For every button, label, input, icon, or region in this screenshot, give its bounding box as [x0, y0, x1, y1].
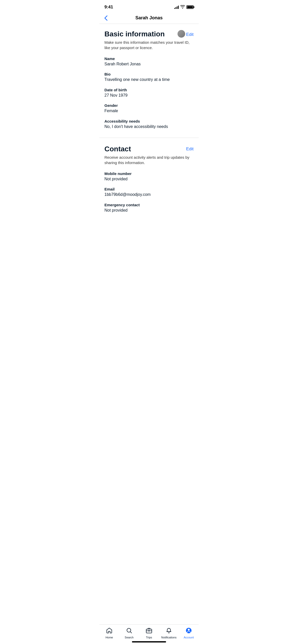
section-divider — [99, 138, 199, 138]
gender-value: Female — [104, 108, 194, 114]
email-value: 1bb79b6d@moodjoy.com — [104, 192, 194, 197]
battery-icon — [186, 5, 194, 9]
basic-info-section: Basic information Edit Make sure this in… — [104, 30, 194, 129]
email-field: Email 1bb79b6d@moodjoy.com — [104, 187, 194, 197]
mobile-field: Mobile number Not provided — [104, 171, 194, 182]
bio-value: Travelling one new country at a time — [104, 77, 194, 82]
email-label: Email — [104, 187, 194, 191]
mobile-label: Mobile number — [104, 171, 194, 176]
basic-info-title: Basic information — [104, 30, 165, 38]
dob-field: Date of birth 27 Nov 1979 — [104, 88, 194, 98]
gender-label: Gender — [104, 103, 194, 108]
avatar — [178, 30, 185, 38]
basic-info-header: Basic information Edit — [104, 30, 194, 38]
content-area: Basic information Edit Make sure this in… — [99, 24, 199, 247]
basic-info-description: Make sure this information matches your … — [104, 40, 194, 50]
emergency-contact-value: Not provided — [104, 208, 194, 213]
contact-section: Contact Edit Receive account activity al… — [104, 145, 194, 213]
emergency-contact-field: Emergency contact Not provided — [104, 203, 194, 213]
accessibility-field: Accessibility needs No, I don't have acc… — [104, 119, 194, 129]
bio-field: Bio Travelling one new country at a time — [104, 72, 194, 82]
nav-bar: Sarah Jonas — [99, 13, 199, 24]
status-icons — [174, 5, 194, 9]
accessibility-label: Accessibility needs — [104, 119, 194, 123]
status-time: 9:41 — [104, 5, 113, 10]
name-label: Name — [104, 56, 194, 61]
basic-info-edit-button[interactable]: Edit — [186, 32, 194, 37]
bio-label: Bio — [104, 72, 194, 76]
status-bar: 9:41 — [99, 0, 199, 13]
mobile-value: Not provided — [104, 176, 194, 182]
accessibility-value: No, I don't have accessibility needs — [104, 124, 194, 129]
contact-title: Contact — [104, 145, 131, 153]
emergency-contact-label: Emergency contact — [104, 203, 194, 207]
contact-header: Contact Edit — [104, 145, 194, 153]
signal-icon — [174, 5, 179, 9]
basic-info-edit-area: Edit — [178, 30, 194, 38]
back-button[interactable] — [104, 16, 107, 21]
page-title: Sarah Jonas — [135, 15, 162, 21]
dob-value: 27 Nov 1979 — [104, 93, 194, 98]
wifi-icon — [180, 5, 185, 9]
gender-field: Gender Female — [104, 103, 194, 114]
dob-label: Date of birth — [104, 88, 194, 92]
name-field: Name Sarah Robert Jonas — [104, 56, 194, 67]
contact-description: Receive account activity alerts and trip… — [104, 155, 194, 165]
contact-edit-button[interactable]: Edit — [186, 147, 194, 152]
name-value: Sarah Robert Jonas — [104, 61, 194, 67]
